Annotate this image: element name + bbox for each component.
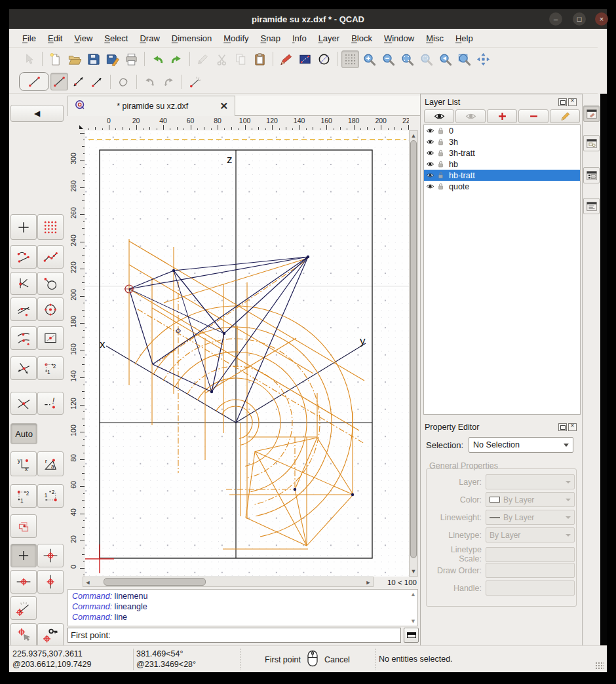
grid-toggle-button[interactable] [341, 50, 359, 68]
layer-row-hb[interactable]: hb [424, 159, 580, 170]
layer-list-dock-button[interactable] [583, 167, 600, 183]
layer-visibility-eye-icon[interactable] [426, 160, 434, 168]
ellipse-slash-button[interactable] [315, 50, 333, 68]
minimize-button[interactable]: – [549, 12, 562, 26]
layer-lock-icon[interactable] [436, 160, 445, 168]
line-single-arrow-button[interactable] [88, 73, 106, 90]
construction-ray-button[interactable] [186, 73, 204, 90]
set-relative-zero-button[interactable] [10, 623, 37, 647]
menu-view[interactable]: View [68, 31, 98, 46]
scroll-up-icon[interactable]: ▲ [410, 591, 416, 598]
lock-relative-zero-button[interactable] [37, 623, 64, 647]
close-panel-icon[interactable] [568, 98, 577, 106]
restrict-vertical-button[interactable] [37, 570, 64, 594]
layer-visibility-eye-icon[interactable] [426, 138, 434, 146]
selection-combobox[interactable]: No Selection [469, 437, 573, 453]
block-list-dock-button[interactable] [583, 135, 600, 151]
snap-middle-button[interactable] [10, 326, 37, 350]
layer-row-hb-tratt[interactable]: hb-tratt [424, 170, 580, 181]
pan-button[interactable] [474, 50, 492, 68]
selection-box-button[interactable] [296, 50, 314, 68]
canvas-horizontal-scrollbar[interactable]: ◄ ► [83, 577, 374, 587]
add-layer-button[interactable] [487, 109, 517, 123]
layer-lock-icon[interactable] [436, 182, 445, 191]
save-file-button[interactable] [85, 50, 102, 68]
snap-distance-point-button[interactable]: 21 [37, 356, 64, 380]
layer-lock-icon[interactable] [436, 149, 445, 157]
snap-restrict-shape-button[interactable] [10, 514, 37, 538]
snap-angle-rays-button[interactable] [10, 596, 37, 620]
snap-auto-button[interactable]: Auto [10, 423, 37, 444]
layer-visibility-eye-icon[interactable] [426, 149, 434, 157]
snap-distance-1-2-button[interactable]: 21 [10, 484, 37, 508]
snap-tangent-button[interactable] [10, 297, 37, 321]
command-line-dock-button[interactable] [583, 198, 600, 214]
float-panel-icon[interactable] [558, 98, 567, 106]
layer-row-3h-tratt[interactable]: 3h-tratt [424, 147, 580, 159]
hide-all-layers-button[interactable] [455, 109, 486, 123]
line-angle-button[interactable] [69, 73, 87, 90]
toggle-command-widget-button[interactable] [404, 628, 419, 643]
layer-lock-icon[interactable] [436, 171, 445, 180]
snap-points-on-entity-button[interactable] [37, 245, 64, 269]
document-tab[interactable]: * piramide su xz.dxf ✕ [67, 96, 235, 116]
menu-edit[interactable]: Edit [42, 31, 68, 46]
save-as-button[interactable] [104, 50, 121, 68]
layer-lock-icon[interactable] [436, 126, 445, 135]
menu-snap[interactable]: Snap [255, 31, 286, 46]
layer-visibility-eye-icon[interactable] [426, 182, 434, 191]
menu-window[interactable]: Window [378, 31, 420, 46]
restrict-horizontal-button[interactable] [10, 570, 37, 594]
scroll-down-icon[interactable]: ▼ [410, 618, 416, 624]
print-button[interactable] [123, 50, 140, 68]
snap-coordinate-polar-button[interactable]: ra [37, 451, 64, 476]
zoom-in-button[interactable] [360, 50, 378, 68]
menu-draw[interactable]: Draw [134, 31, 165, 46]
menu-help[interactable]: Help [450, 31, 479, 46]
layer-row-0[interactable]: 0 [424, 125, 580, 136]
snap-intersection-auto-button[interactable] [10, 356, 37, 380]
snap-free-button[interactable] [10, 214, 37, 240]
zoom-out-button[interactable] [379, 50, 397, 68]
snap-intersection-button[interactable] [10, 392, 37, 415]
remove-layer-button[interactable] [518, 109, 549, 123]
drawing-canvas[interactable]: xyz [85, 130, 409, 577]
snap-grid-points-button[interactable] [37, 214, 64, 240]
restrict-orthogonal-button[interactable] [37, 544, 64, 567]
close-panel-icon[interactable] [568, 423, 577, 431]
maximize-button[interactable]: □ [573, 12, 586, 26]
menu-block[interactable]: Block [345, 31, 378, 46]
snap-distance-2-1-button[interactable]: 21 [37, 484, 64, 508]
zoom-window-button[interactable] [455, 50, 473, 68]
revert-back-button[interactable] [141, 73, 159, 90]
close-button[interactable]: × [595, 12, 608, 26]
snap-endpoints-button[interactable] [10, 245, 37, 269]
undo-button[interactable] [149, 50, 166, 68]
show-all-layers-button[interactable] [424, 109, 454, 123]
menu-layer[interactable]: Layer [313, 31, 346, 46]
redo-button[interactable] [168, 50, 185, 68]
edit-layer-button[interactable] [550, 109, 580, 123]
red-pencil-button[interactable] [277, 50, 295, 68]
restrict-none-button[interactable] [10, 544, 37, 567]
zoom-auto-button[interactable] [398, 50, 416, 68]
menu-modify[interactable]: Modify [218, 31, 254, 46]
snap-intersection-manual-button[interactable]: ! [37, 392, 64, 415]
paste-button[interactable] [251, 50, 269, 68]
snap-point-on-circle-button[interactable] [37, 272, 64, 295]
layer-row-quote[interactable]: quote [424, 181, 580, 192]
menu-file[interactable]: File [16, 31, 42, 46]
layer-visibility-eye-icon[interactable] [426, 126, 434, 135]
zoom-previous-button[interactable] [436, 50, 454, 68]
new-file-button[interactable] [47, 50, 64, 68]
resize-grip[interactable] [595, 662, 604, 670]
line-2points-button[interactable] [50, 73, 68, 90]
float-panel-icon[interactable] [558, 423, 567, 431]
snap-perpendicular-button[interactable] [10, 272, 37, 295]
menu-dimension[interactable]: Dimension [166, 31, 218, 46]
menu-info[interactable]: Info [286, 31, 313, 46]
layer-visibility-eye-icon[interactable] [426, 171, 434, 180]
snap-center-button[interactable] [37, 297, 64, 321]
canvas-vertical-scrollbar[interactable]: ▲ ▼ [409, 130, 418, 577]
line-2points-button[interactable] [19, 72, 49, 91]
